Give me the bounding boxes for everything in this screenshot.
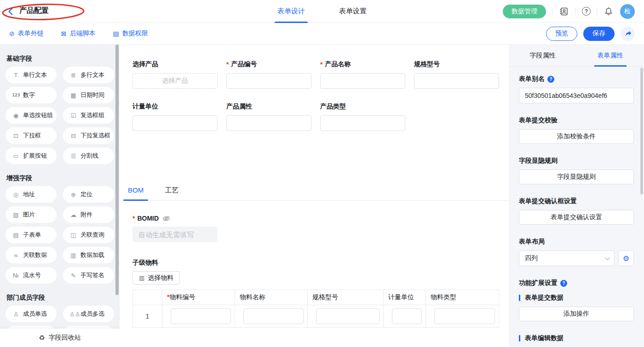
- pill-multi-line-text[interactable]: ≣多行文本: [63, 67, 114, 83]
- help-icon[interactable]: [582, 7, 591, 16]
- pill-divider-line[interactable]: ☰分割线: [63, 148, 114, 164]
- visibility-rules-button[interactable]: 字段显隐规则: [519, 170, 634, 184]
- field-spec-model[interactable]: 规格型号: [414, 60, 499, 89]
- pill-label: 数字: [23, 91, 35, 99]
- backend-script-link[interactable]: ⊠ 后端脚本: [61, 29, 96, 38]
- tab-form-design[interactable]: 表单设计: [275, 0, 308, 23]
- add-validation-button[interactable]: 添加校验条件: [519, 129, 634, 144]
- pill-label: 图片: [23, 210, 35, 219]
- back-button[interactable]: [7, 7, 14, 16]
- pill-datetime[interactable]: ▦日期时间: [63, 87, 114, 103]
- material-code-input[interactable]: [171, 308, 231, 324]
- pill-serial-number[interactable]: №流水号: [6, 267, 57, 284]
- material-name-input[interactable]: [243, 308, 304, 324]
- pill-number[interactable]: 123数字: [6, 87, 57, 103]
- divider: [597, 8, 597, 15]
- pill-member-single[interactable]: ♙成员单选: [6, 306, 57, 322]
- product-select-box[interactable]: 选择产品: [132, 73, 218, 89]
- bom-tab-content: * BOMID 子级物料 ▥ 选择物料 *物料编号 物料名称 规格型号: [120, 201, 509, 328]
- field-product-attr[interactable]: 产品属性: [226, 102, 311, 131]
- pill-member-multi[interactable]: ♙♙成员多选: [63, 306, 114, 322]
- edit-data-label: 表单编辑数据: [519, 334, 634, 342]
- multi-line-text-icon: ≣: [69, 72, 77, 79]
- pill-extend-button[interactable]: ▭扩展按钮: [6, 148, 57, 164]
- select-material-button[interactable]: ▥ 选择物料: [132, 271, 180, 284]
- page-title: 产品配置: [19, 6, 49, 17]
- spec-model-input[interactable]: [414, 73, 499, 89]
- product-type-input[interactable]: [320, 115, 405, 131]
- data-load-chart-icon: ▥: [69, 252, 77, 259]
- pill-attachment[interactable]: ☁附件: [63, 206, 114, 223]
- pill-signature[interactable]: ✎手写签名: [63, 267, 114, 284]
- field-unit[interactable]: 计量单位: [132, 102, 218, 131]
- material-type-input[interactable]: [434, 308, 495, 324]
- submit-data-add-button[interactable]: 添加操作: [519, 307, 634, 321]
- tab-form-properties[interactable]: 表单属性: [576, 45, 644, 66]
- pill-data-load[interactable]: ▥数据加载: [63, 247, 114, 263]
- field-product-code[interactable]: *产品编号: [226, 60, 311, 89]
- pill-multi-select[interactable]: ⊟下拉复选框: [63, 127, 114, 144]
- relation-query-icon: ◫: [69, 232, 77, 239]
- row-index: 1: [133, 305, 162, 328]
- eye-off-icon[interactable]: [162, 216, 170, 222]
- layout-select[interactable]: 四列: [519, 250, 615, 266]
- confirm-box-button[interactable]: 表单提交确认设置: [519, 210, 634, 225]
- user-avatar[interactable]: 检: [620, 4, 635, 19]
- field-label: 产品类型: [320, 102, 346, 111]
- tab-field-properties[interactable]: 字段属性: [509, 45, 576, 66]
- gear-icon: ⚙: [623, 254, 629, 263]
- help-icon[interactable]: [547, 76, 554, 83]
- pill-location[interactable]: ⊕定位: [63, 186, 114, 203]
- tab-bom[interactable]: BOM: [123, 186, 148, 200]
- pill-relation-query[interactable]: ◫关联查询: [63, 227, 114, 243]
- field-product-type[interactable]: 产品类型: [320, 102, 405, 131]
- data-permission-label: 数据权限: [122, 29, 148, 38]
- data-permission-link[interactable]: ▤ 数据权限: [113, 29, 148, 38]
- product-code-input[interactable]: [226, 73, 311, 89]
- location-crosshair-icon: ⊕: [69, 191, 77, 198]
- unit-input[interactable]: [132, 115, 218, 131]
- cell-spec-model: [308, 305, 384, 328]
- help-icon[interactable]: [560, 280, 567, 287]
- form-layout-label: 表单布局: [519, 238, 634, 246]
- field-product-name[interactable]: *产品名称: [320, 60, 405, 89]
- preview-button[interactable]: 预览: [546, 27, 577, 41]
- product-name-input[interactable]: [320, 73, 405, 89]
- pill-radio-group[interactable]: ◉单选按钮组: [6, 107, 57, 124]
- product-attr-input[interactable]: [226, 115, 311, 131]
- bomid-label-row: * BOMID: [132, 215, 509, 222]
- pill-image[interactable]: ▧图片: [6, 206, 57, 223]
- form-alias-input[interactable]: [519, 88, 634, 103]
- pill-checkbox-group[interactable]: ☑复选框组: [63, 107, 114, 124]
- pill-relation-data[interactable]: ∞关联数据: [6, 247, 57, 263]
- select-material-label: 选择物料: [148, 274, 173, 282]
- tab-process[interactable]: 工艺: [160, 186, 183, 200]
- pill-subform[interactable]: ▤子表单: [6, 227, 57, 243]
- save-button[interactable]: 保存: [583, 27, 615, 41]
- field-label: 选择产品: [132, 60, 158, 68]
- material-spec-input[interactable]: [316, 308, 380, 324]
- layout-settings-button[interactable]: ⚙: [618, 250, 634, 266]
- header-left: 产品配置: [0, 0, 129, 23]
- required-mark: *: [320, 61, 322, 68]
- calendar-icon: ▦: [69, 92, 77, 99]
- data-manage-button[interactable]: 数据管理: [503, 5, 546, 18]
- material-unit-input[interactable]: [392, 308, 422, 324]
- pill-single-line-text[interactable]: T单行文本: [6, 67, 57, 83]
- form-external-link[interactable]: ⊘ 表单外链: [9, 29, 44, 38]
- sub-material-title: 子级物料: [132, 259, 509, 267]
- form-row-1: 选择产品 选择产品 *产品编号 *产品名称 规格型号: [132, 60, 509, 89]
- pill-address[interactable]: ◎地址: [6, 186, 57, 203]
- cell-unit: [384, 305, 426, 328]
- share-button[interactable]: [621, 27, 635, 41]
- bomid-input[interactable]: [132, 227, 218, 242]
- panel-scrollbar-thumb[interactable]: [640, 68, 643, 194]
- divider: [552, 8, 552, 15]
- field-recycle-bin[interactable]: ♻ 字段回收站: [0, 329, 120, 347]
- tab-form-settings[interactable]: 表单设置: [336, 0, 369, 23]
- notification-bell-icon[interactable]: [603, 6, 614, 17]
- contact-book-icon[interactable]: [558, 6, 569, 17]
- pill-select[interactable]: ⊡下拉框: [6, 127, 57, 144]
- sidebar-scrollbar-thumb[interactable]: [115, 45, 119, 295]
- field-product-select[interactable]: 选择产品 选择产品: [132, 60, 218, 89]
